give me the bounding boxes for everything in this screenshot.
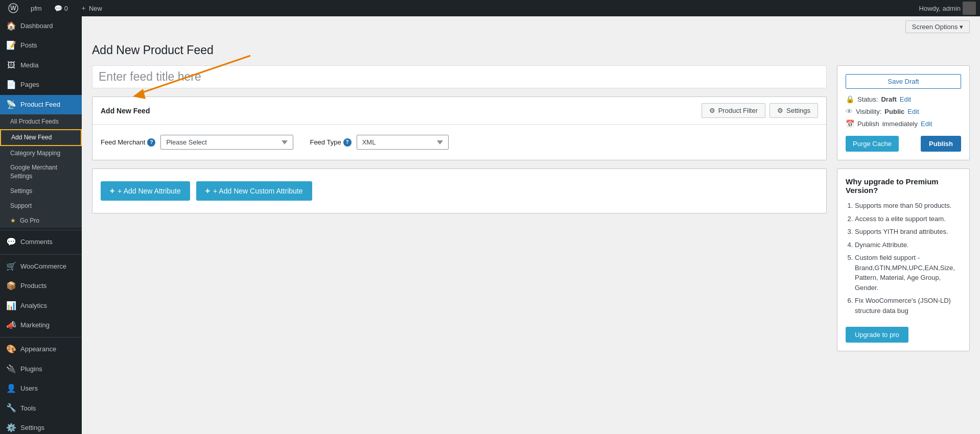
upgrade-to-pro-button[interactable]: Upgrade to pro	[846, 327, 908, 343]
sidebar-label-appearance: Appearance	[20, 345, 56, 354]
admin-bar-new[interactable]: ＋ New	[76, 4, 106, 13]
status-edit-link[interactable]: Edit	[900, 95, 911, 103]
premium-item-1: Supports more than 50 products.	[855, 201, 961, 211]
admin-avatar	[963, 2, 976, 15]
sidebar-item-product-feed[interactable]: 📡 Product Feed	[0, 95, 82, 114]
sidebar-item-google-merchant-settings[interactable]: Google Merchant Settings	[0, 160, 82, 184]
publish-time-row: 📅 Publish immediately Edit	[846, 119, 961, 128]
feed-type-field: Feed Type ? XML CSV TSV	[310, 135, 448, 150]
tools-icon: 🔧	[6, 402, 16, 414]
category-mapping-label: Category Mapping	[10, 149, 60, 158]
feed-type-select-wrap: XML CSV TSV XLS	[357, 135, 449, 150]
publish-immediately: immediately	[882, 120, 918, 128]
feed-title-input[interactable]	[92, 65, 827, 88]
sidebar-label-pages: Pages	[20, 80, 39, 89]
appearance-icon: 🎨	[6, 344, 16, 355]
admin-bar-right: Howdy, admin	[919, 2, 976, 15]
sidebar-submenu-product-feed: All Product Feeds Add New Feed Category …	[0, 114, 82, 228]
sidebar-item-marketing[interactable]: 📣 Marketing	[0, 316, 82, 335]
right-sidebar-panel: Save Draft 🔒 Status: Draft Edit 👁 Visibi…	[837, 65, 970, 359]
product-filter-button[interactable]: ⚙ Product Filter	[702, 103, 765, 118]
screen-options-bar: Screen Options ▾	[82, 16, 980, 33]
sidebar-label-marketing: Marketing	[20, 321, 50, 330]
add-new-attribute-button[interactable]: + + Add New Attribute	[101, 181, 190, 201]
sidebar-item-products[interactable]: 📦 Products	[0, 276, 82, 296]
sidebar-item-woocommerce[interactable]: 🛒 WooCommerce	[0, 257, 82, 276]
feed-merchant-field: Feed Merchant ? Please Select	[101, 135, 293, 150]
publish-edit-link[interactable]: Edit	[921, 120, 932, 128]
feed-type-help-icon[interactable]: ?	[343, 138, 352, 147]
feed-merchant-help-icon[interactable]: ?	[147, 138, 155, 147]
sidebar-item-settings[interactable]: Settings	[0, 184, 82, 199]
posts-icon: 📝	[6, 40, 16, 51]
save-draft-button[interactable]: Save Draft	[846, 74, 961, 89]
sidebar-item-appearance[interactable]: 🎨 Appearance	[0, 340, 82, 359]
visibility-label: Visibility:	[856, 108, 881, 115]
premium-item-3: Supports YITH brand attributes.	[855, 227, 961, 237]
sidebar-label-plugins: Plugins	[20, 365, 42, 374]
status-label: Status:	[857, 95, 878, 103]
calendar-icon: 📅	[846, 119, 854, 128]
purge-cache-button[interactable]: Purge Cache	[846, 136, 899, 152]
product-filter-label: Product Filter	[718, 107, 758, 114]
sidebar-item-tools[interactable]: 🔧 Tools	[0, 398, 82, 418]
sidebar-item-category-mapping[interactable]: Category Mapping	[0, 146, 82, 161]
publish-label: Publish	[857, 120, 879, 128]
add-attribute-icon: +	[110, 186, 114, 196]
sidebar-item-all-product-feeds[interactable]: All Product Feeds	[0, 114, 82, 129]
feed-type-select[interactable]: XML CSV TSV XLS	[357, 135, 449, 150]
sidebar-item-dashboard[interactable]: 🏠 Dashboard	[0, 16, 82, 36]
add-custom-attribute-icon: +	[205, 186, 210, 196]
sidebar-item-go-pro[interactable]: ★ Go Pro	[0, 213, 82, 228]
publish-button[interactable]: Publish	[921, 136, 961, 152]
google-merchant-settings-label: Google Merchant Settings	[10, 163, 76, 181]
sidebar-label-posts: Posts	[20, 41, 37, 50]
premium-item-6: Fix WooCommerce's (JSON-LD) structure da…	[855, 296, 961, 316]
product-feed-icon: 📡	[6, 99, 16, 110]
panel-header-actions: ⚙ Product Filter ⚙ Settings	[702, 103, 818, 118]
screen-options-button[interactable]: Screen Options ▾	[905, 20, 970, 33]
admin-bar-comments[interactable]: 💬 0	[50, 5, 72, 12]
sidebar-item-analytics[interactable]: 📊 Analytics	[0, 296, 82, 316]
settings-icon: ⚙	[777, 107, 783, 114]
media-icon: 🖼	[6, 60, 16, 71]
add-attribute-label: + Add New Attribute	[118, 187, 180, 195]
sidebar-item-posts[interactable]: 📝 Posts	[0, 36, 82, 55]
feed-merchant-select-wrap: Please Select	[160, 135, 293, 150]
visibility-edit-link[interactable]: Edit	[907, 108, 919, 115]
sidebar-item-support[interactable]: Support	[0, 199, 82, 213]
sidebar-item-settings-main[interactable]: ⚙️ Settings	[0, 418, 82, 434]
pages-icon: 📄	[6, 79, 16, 90]
sidebar-item-plugins[interactable]: 🔌 Plugins	[0, 359, 82, 379]
add-new-custom-attribute-button[interactable]: + + Add New Custom Attribute	[196, 181, 312, 201]
settings-button[interactable]: ⚙ Settings	[769, 103, 818, 118]
sidebar: 🏠 Dashboard 📝 Posts 🖼 Media 📄 Pages 📡 Pr…	[0, 16, 82, 434]
feed-merchant-select[interactable]: Please Select	[160, 135, 293, 150]
sidebar-item-add-new-feed[interactable]: Add New Feed	[0, 129, 82, 146]
attr-buttons: + + Add New Attribute + + Add New Custom…	[101, 181, 818, 201]
publish-meta: 🔒 Status: Draft Edit 👁 Visibility: Publi…	[846, 95, 961, 128]
sidebar-item-comments[interactable]: 💬 Comments	[0, 232, 82, 252]
premium-list: Supports more than 50 products. Access t…	[846, 201, 961, 316]
publish-widget: Save Draft 🔒 Status: Draft Edit 👁 Visibi…	[837, 65, 970, 160]
admin-bar-logo[interactable]: W	[4, 3, 22, 13]
add-new-feed-section: Add New Feed ⚙ Product Filter ⚙ Settings	[92, 97, 827, 160]
panel-body: Feed Merchant ? Please Select	[92, 125, 826, 160]
add-new-feed-label: Add New Feed	[11, 133, 52, 142]
visibility-value: Public	[884, 108, 904, 115]
analytics-icon: 📊	[6, 300, 16, 311]
howdy-text: Howdy, admin	[919, 5, 961, 12]
sidebar-label-dashboard: Dashboard	[20, 21, 53, 31]
premium-item-2: Access to a elite support team.	[855, 214, 961, 224]
sidebar-item-users[interactable]: 👤 Users	[0, 379, 82, 398]
premium-widget: Why upgrade to Premium Version? Supports…	[837, 168, 970, 351]
feed-row: Feed Merchant ? Please Select	[101, 135, 818, 150]
admin-bar-site[interactable]: pfm	[27, 5, 46, 12]
sidebar-item-media[interactable]: 🖼 Media	[0, 56, 82, 75]
all-product-feeds-label: All Product Feeds	[10, 117, 59, 126]
svg-text:W: W	[10, 5, 16, 12]
sidebar-label-comments: Comments	[20, 237, 53, 247]
feed-type-label: Feed Type ?	[310, 138, 351, 147]
sidebar-item-pages[interactable]: 📄 Pages	[0, 75, 82, 94]
main-content: Add New Product Feed	[82, 33, 980, 434]
